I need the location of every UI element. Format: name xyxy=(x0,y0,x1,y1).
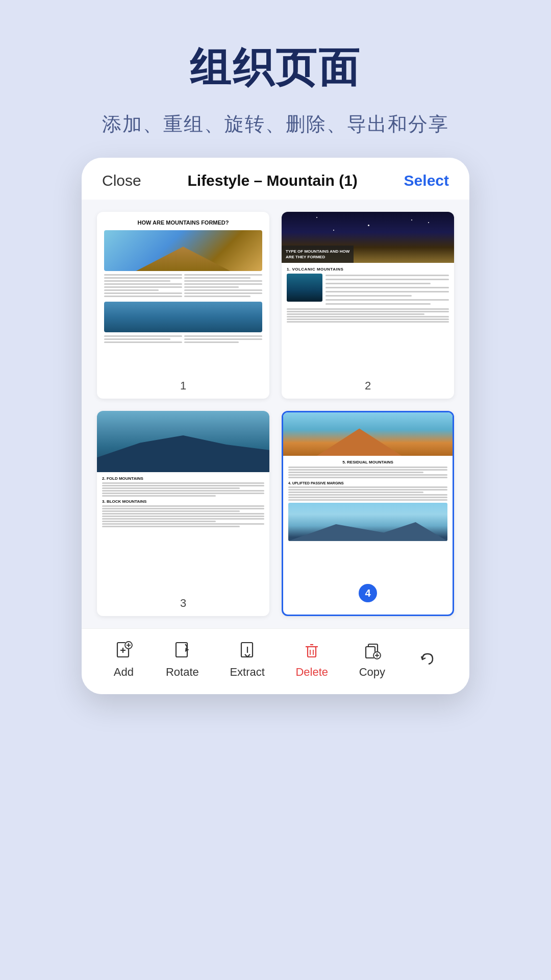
rotate-icon xyxy=(171,639,193,662)
top-bar: Close Lifestyle – Mountain (1) Select xyxy=(82,158,469,200)
page-2-thumbnail: TYPE OF MOUNTAINS AND HOWARE THEY FORMED… xyxy=(282,212,454,375)
page-2-image-top: TYPE OF MOUNTAINS AND HOWARE THEY FORMED xyxy=(282,212,454,263)
rotate-label: Rotate xyxy=(166,666,199,679)
copy-button[interactable]: Copy xyxy=(359,639,385,679)
page-4-thumbnail: 5. RESIDUAL MOUNTAINS 4. UPLIFTED PASSIV… xyxy=(283,412,453,576)
app-container: Close Lifestyle – Mountain (1) Select HO… xyxy=(82,158,469,694)
page-1-text-block-2 xyxy=(104,335,262,345)
close-button[interactable]: Close xyxy=(102,172,141,189)
page-4-image-top xyxy=(283,412,453,456)
page-1-image-top xyxy=(104,230,262,271)
page-2-overlay-text: TYPE OF MOUNTAINS AND HOWARE THEY FORMED xyxy=(282,246,354,263)
delete-icon xyxy=(300,639,323,662)
undo-button[interactable] xyxy=(416,648,439,670)
page-3-thumbnail: 2. FOLD MOUNTAINS 3. BLOCK MOUNTAINS xyxy=(97,411,269,593)
document-title: Lifestyle – Mountain (1) xyxy=(187,172,357,189)
copy-icon xyxy=(361,639,383,662)
page-2-number: 2 xyxy=(282,375,454,399)
hero-section: 组织页面 添加、重组、旋转、删除、导出和分享 xyxy=(0,0,551,158)
page-4-image-bottom xyxy=(288,503,447,541)
toolbar: Add Rotate xyxy=(82,628,469,694)
page-3-image xyxy=(97,411,269,472)
page-card-3[interactable]: 2. FOLD MOUNTAINS 3. BLOCK MOUNTAINS xyxy=(97,411,269,616)
page-4-section-residual: 5. RESIDUAL MOUNTAINS xyxy=(288,460,447,464)
extract-label: Extract xyxy=(230,666,264,679)
pages-grid: HOW ARE MOUNTAINS FORMED? xyxy=(82,200,469,628)
page-1-image-bottom xyxy=(104,302,262,332)
copy-label: Copy xyxy=(359,666,385,679)
rotate-button[interactable]: Rotate xyxy=(166,639,199,679)
page-card-1[interactable]: HOW ARE MOUNTAINS FORMED? xyxy=(97,212,269,399)
add-icon xyxy=(112,639,135,662)
page-4-badge: 4 xyxy=(359,584,377,602)
page-3-section-block: 3. BLOCK MOUNTAINS xyxy=(102,499,264,527)
extract-button[interactable]: Extract xyxy=(230,639,264,679)
page-3-section-fold: 2. FOLD MOUNTAINS xyxy=(102,476,264,497)
page-card-2[interactable]: TYPE OF MOUNTAINS AND HOWARE THEY FORMED… xyxy=(282,212,454,399)
hero-title: 组织页面 xyxy=(190,41,361,96)
hero-subtitle: 添加、重组、旋转、删除、导出和分享 xyxy=(102,111,449,137)
page-1-number: 1 xyxy=(97,375,269,399)
page-1-title: HOW ARE MOUNTAINS FORMED? xyxy=(104,219,262,226)
select-button[interactable]: Select xyxy=(404,172,449,189)
add-button[interactable]: Add xyxy=(112,639,135,679)
page-card-4[interactable]: 5. RESIDUAL MOUNTAINS 4. UPLIFTED PASSIV… xyxy=(282,411,454,616)
delete-button[interactable]: Delete xyxy=(295,639,328,679)
page-3-number: 3 xyxy=(97,593,269,616)
page-2-section-1: 1. VOLCANIC MOUNTAINS xyxy=(287,267,449,272)
page-2-volcanic-img xyxy=(287,274,322,302)
page-2-body: 1. VOLCANIC MOUNTAINS xyxy=(282,263,454,328)
page-4-number-wrapper: 4 xyxy=(283,576,453,615)
add-label: Add xyxy=(114,666,134,679)
extract-icon xyxy=(236,639,259,662)
page-1-text-block xyxy=(104,274,262,299)
delete-label: Delete xyxy=(295,666,328,679)
svg-rect-10 xyxy=(308,647,316,657)
page-1-thumbnail: HOW ARE MOUNTAINS FORMED? xyxy=(97,212,269,375)
